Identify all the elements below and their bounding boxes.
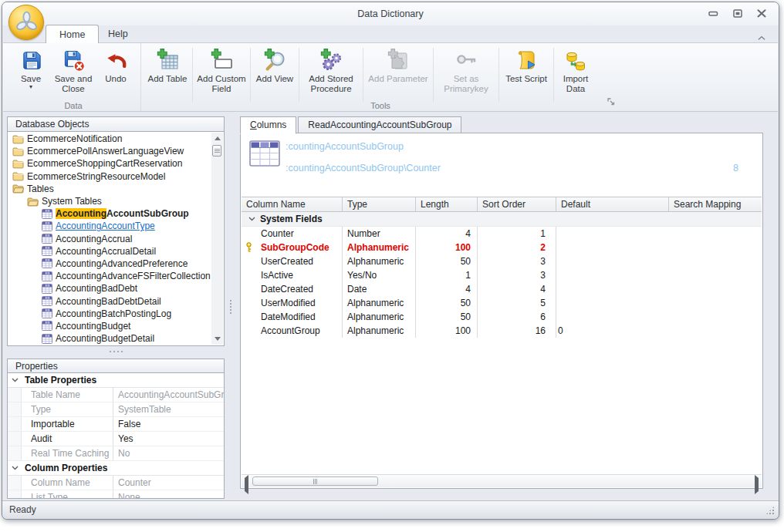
tab-columns[interactable]: Columns <box>240 116 296 134</box>
cell-search-mapping <box>669 227 762 241</box>
scroll-thumb[interactable] <box>212 145 221 157</box>
property-row-importable[interactable]: ImportableFalse <box>8 417 224 432</box>
cell-length: 4 <box>416 282 478 296</box>
column-header-search-mapping[interactable]: Search Mapping <box>669 197 762 211</box>
add-table-button[interactable]: Add Table <box>144 45 191 101</box>
group-row-system-fields[interactable]: System Fields <box>242 212 762 227</box>
import-data-button[interactable]: Import Data <box>555 45 596 101</box>
cell-default <box>556 282 669 296</box>
grid-row-accountgroup[interactable]: AccountGroupAlphanumeric100160 <box>242 324 762 338</box>
tree-item-label: AccountingAccrual <box>56 234 132 244</box>
grid-row-isactive[interactable]: IsActiveYes/No13 <box>242 268 762 282</box>
tree-item-accountingaccrual[interactable]: AccountingAccrual <box>8 233 211 245</box>
add-custom-field-icon <box>209 47 234 73</box>
collapse-ribbon-button[interactable] <box>757 30 766 44</box>
tree-item-ecommercepollanswerlanguageview[interactable]: EcommercePollAnswerLanguageView <box>8 145 211 157</box>
tree-item-item[interactable] <box>8 345 211 345</box>
ribbon-separator <box>363 48 363 102</box>
cell-sort-order: 6 <box>478 310 556 324</box>
close-button[interactable] <box>757 9 766 18</box>
property-row-table-name[interactable]: Table NameAccountingAccountSubGr... <box>8 388 224 402</box>
add-stored-procedure-button[interactable]: Add Stored Procedure <box>300 45 362 101</box>
table-path-link[interactable]: :countingAccountSubGroup <box>286 141 404 152</box>
property-row-column-name[interactable]: Column NameCounter <box>8 476 224 490</box>
table-icon <box>42 308 52 318</box>
tree-item-ecommercestringresourcemodel[interactable]: EcommerceStringResourceModel <box>8 170 211 183</box>
cell-default <box>556 268 669 282</box>
add-custom-field-button[interactable]: Add Custom Field <box>194 45 249 101</box>
row-gutter <box>8 402 22 416</box>
column-header-name[interactable]: Column Name <box>242 197 343 211</box>
grid-row-datemodified[interactable]: DateModifiedAlphanumeric506 <box>242 310 762 324</box>
property-row-audit[interactable]: AuditYes <box>8 432 224 446</box>
tree-item-accountingaccrualdetail[interactable]: AccountingAccrualDetail <box>8 245 211 258</box>
grid-horizontal-scrollbar[interactable] <box>242 474 762 487</box>
tree-item-tables[interactable]: Tables <box>8 183 211 195</box>
property-value: AccountingAccountSubGr... <box>113 388 224 402</box>
tree-item-accountingaccountsubgroup[interactable]: AccountingAccountSubGroup <box>8 207 211 220</box>
scroll-right-button[interactable] <box>755 478 759 492</box>
grid-row-usercreated[interactable]: UserCreatedAlphanumeric503 <box>242 254 762 268</box>
tree-item-accountingbatchpostinglog[interactable]: AccountingBatchPostingLog <box>8 308 211 320</box>
minimize-button[interactable] <box>708 9 718 18</box>
add-view-button[interactable]: Add View <box>252 45 298 101</box>
add-view-icon <box>262 47 287 73</box>
cell-column-name: DateCreated <box>242 282 343 296</box>
tools-dialog-launcher[interactable] <box>607 95 615 109</box>
property-value[interactable]: Yes <box>113 432 224 446</box>
cell-column-name: DateModified <box>242 310 343 324</box>
cell-length: 100 <box>416 241 478 254</box>
ribbon-separator <box>498 48 499 102</box>
tree-item-accountingbudgetdetail[interactable]: AccountingBudgetDetail <box>8 332 211 345</box>
scroll-up-button[interactable] <box>211 133 223 144</box>
scroll-down-button[interactable] <box>211 333 223 345</box>
column-header-type[interactable]: Type <box>343 197 416 211</box>
tree-item-label: AccountingAdvancedPreference <box>56 258 188 269</box>
test-script-button[interactable]: Test Script <box>500 45 553 101</box>
tree-item-accountingadvancefsfiltercollection[interactable]: AccountingAdvanceFSFilterCollection <box>8 270 211 282</box>
vertical-splitter[interactable] <box>227 297 234 317</box>
tree-item-accountingbudget[interactable]: AccountingBudget <box>8 320 211 332</box>
save-button[interactable]: Save ▾ <box>12 45 49 101</box>
column-path-link[interactable]: :countingAccountSubGroup\Counter <box>286 163 441 173</box>
tree-item-ecommercenotification[interactable]: EcommerceNotification <box>8 133 211 145</box>
app-window: Data Dictionary Home Help <box>2 2 779 520</box>
property-row-real-time-caching[interactable]: Real Time CachingNo <box>8 446 224 461</box>
column-header-sort-order[interactable]: Sort Order <box>478 197 556 211</box>
scroll-left-button[interactable] <box>245 478 248 492</box>
grid-row-usermodified[interactable]: UserModifiedAlphanumeric505 <box>242 296 762 310</box>
column-header-default[interactable]: Default <box>556 197 669 211</box>
property-row-type[interactable]: TypeSystemTable <box>8 402 224 417</box>
property-row-list-type[interactable]: List TypeNone <box>8 490 224 499</box>
undo-button[interactable]: Undo <box>97 45 134 101</box>
property-group-column-properties[interactable]: Column Properties <box>8 461 224 476</box>
column-header-length[interactable]: Length <box>416 197 478 211</box>
ribbon-tab-help[interactable]: Help <box>95 25 141 42</box>
horizontal-splitter[interactable] <box>7 348 225 355</box>
cell-type: Alphanumeric <box>343 324 416 338</box>
undo-icon <box>104 47 128 73</box>
tree-item-accountingadvancedpreference[interactable]: AccountingAdvancedPreference <box>8 258 211 270</box>
cell-type: Yes/No <box>343 268 416 282</box>
property-value[interactable]: False <box>113 417 224 431</box>
tree-item-accountingbaddebt[interactable]: AccountingBadDebt <box>8 282 211 295</box>
group-label-data: Data <box>6 101 140 110</box>
tab-read-accounting-account-subgroup[interactable]: ReadAccountingAccountSubGroup <box>298 116 461 133</box>
grid-row-counter[interactable]: CounterNumber41 <box>242 227 762 241</box>
property-group-table-properties[interactable]: Table Properties <box>8 373 224 388</box>
restore-button[interactable] <box>733 9 742 18</box>
grid-row-datecreated[interactable]: DateCreatedDate44 <box>242 282 762 296</box>
scroll-thumb[interactable] <box>252 476 378 486</box>
resize-grip[interactable] <box>765 506 775 515</box>
tree-item-accountingbaddebtdetail[interactable]: AccountingBadDebtDetail <box>8 295 211 307</box>
app-menu-logo[interactable] <box>8 5 44 40</box>
grid-row-subgroupcode[interactable]: SubGroupCodeAlphanumeric1002 <box>242 241 762 254</box>
tree-item-accountingaccounttype[interactable]: AccountingAccountType <box>8 220 211 232</box>
save-and-close-button[interactable]: Save and Close <box>49 45 97 101</box>
tree-scrollbar[interactable] <box>211 133 223 345</box>
tree-item-ecommerceshoppingcartreservation[interactable]: EcommerceShoppingCartReservation <box>8 157 211 170</box>
tree-item-system-tables[interactable]: System Tables <box>8 195 211 207</box>
table-summary-header: :countingAccountSubGroup :countingAccoun… <box>241 133 762 197</box>
cell-type: Alphanumeric <box>343 310 416 324</box>
ribbon-tab-home[interactable]: Home <box>46 25 99 43</box>
